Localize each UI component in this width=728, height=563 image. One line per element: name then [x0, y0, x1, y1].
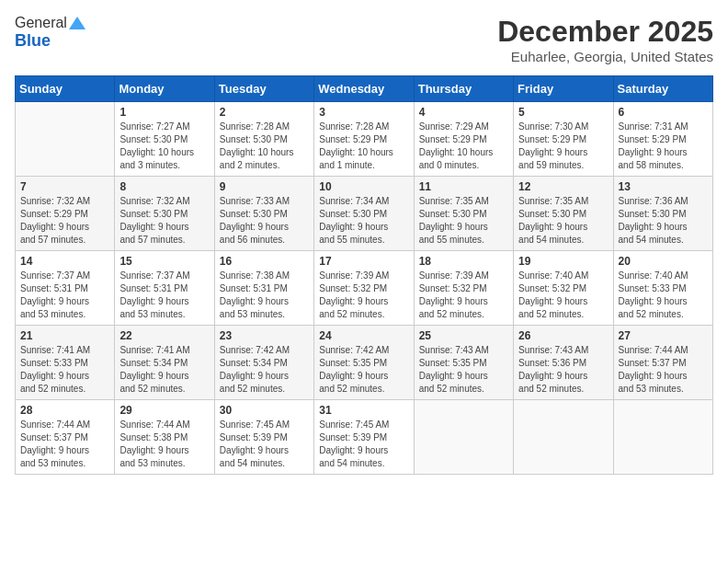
day-info: Sunrise: 7:40 AMSunset: 5:33 PMDaylight:…	[619, 270, 708, 321]
month-title: December 2025	[497, 15, 713, 49]
calendar-header-saturday: Saturday	[613, 76, 712, 102]
calendar-day-cell: 23Sunrise: 7:42 AMSunset: 5:34 PMDayligh…	[214, 326, 313, 400]
calendar-header-wednesday: Wednesday	[314, 76, 414, 102]
day-number: 30	[220, 404, 309, 417]
calendar-day-cell: 14Sunrise: 7:37 AMSunset: 5:31 PMDayligh…	[16, 251, 115, 326]
day-number: 17	[319, 255, 408, 268]
day-info: Sunrise: 7:41 AMSunset: 5:33 PMDaylight:…	[20, 344, 109, 396]
day-info: Sunrise: 7:35 AMSunset: 5:30 PMDaylight:…	[518, 195, 608, 247]
calendar-header-monday: Monday	[115, 76, 214, 102]
day-number: 22	[119, 329, 209, 342]
calendar-day-cell: 21Sunrise: 7:41 AMSunset: 5:33 PMDayligh…	[16, 326, 115, 400]
day-number: 23	[220, 329, 309, 342]
day-info: Sunrise: 7:28 AMSunset: 5:30 PMDaylight:…	[220, 121, 309, 172]
day-info: Sunrise: 7:28 AMSunset: 5:29 PMDaylight:…	[319, 121, 408, 172]
day-number: 15	[119, 255, 209, 268]
day-number: 6	[619, 106, 708, 119]
day-info: Sunrise: 7:43 AMSunset: 5:36 PMDaylight:…	[518, 344, 608, 396]
day-number: 26	[518, 329, 608, 342]
day-number: 11	[419, 180, 508, 193]
calendar-day-cell: 15Sunrise: 7:37 AMSunset: 5:31 PMDayligh…	[115, 251, 214, 326]
calendar-day-cell: 25Sunrise: 7:43 AMSunset: 5:35 PMDayligh…	[414, 326, 513, 400]
day-info: Sunrise: 7:36 AMSunset: 5:30 PMDaylight:…	[619, 195, 708, 247]
calendar-day-cell	[414, 400, 513, 475]
logo-blue-text: Blue	[15, 31, 51, 51]
logo-general-text: General	[15, 15, 67, 31]
calendar-day-cell: 24Sunrise: 7:42 AMSunset: 5:35 PMDayligh…	[314, 326, 414, 400]
calendar-week-row: 7Sunrise: 7:32 AMSunset: 5:29 PMDaylight…	[16, 177, 713, 251]
day-info: Sunrise: 7:32 AMSunset: 5:30 PMDaylight:…	[119, 195, 209, 247]
calendar-day-cell: 26Sunrise: 7:43 AMSunset: 5:36 PMDayligh…	[514, 326, 613, 400]
calendar-week-row: 14Sunrise: 7:37 AMSunset: 5:31 PMDayligh…	[16, 251, 713, 326]
day-info: Sunrise: 7:29 AMSunset: 5:29 PMDaylight:…	[419, 121, 508, 172]
calendar-day-cell: 29Sunrise: 7:44 AMSunset: 5:38 PMDayligh…	[115, 400, 214, 475]
calendar-day-cell: 19Sunrise: 7:40 AMSunset: 5:32 PMDayligh…	[514, 251, 613, 326]
day-number: 4	[419, 106, 508, 119]
day-info: Sunrise: 7:31 AMSunset: 5:29 PMDaylight:…	[619, 121, 708, 172]
calendar-week-row: 1Sunrise: 7:27 AMSunset: 5:30 PMDaylight…	[16, 102, 713, 177]
day-number: 14	[20, 255, 109, 268]
title-area: December 2025 Euharlee, Georgia, United …	[497, 15, 713, 64]
day-info: Sunrise: 7:33 AMSunset: 5:30 PMDaylight:…	[220, 195, 309, 247]
logo-arrow-icon	[69, 17, 85, 29]
calendar-header-tuesday: Tuesday	[214, 76, 313, 102]
day-info: Sunrise: 7:27 AMSunset: 5:30 PMDaylight:…	[119, 121, 209, 172]
day-number: 9	[220, 180, 309, 193]
calendar-day-cell: 20Sunrise: 7:40 AMSunset: 5:33 PMDayligh…	[613, 251, 712, 326]
day-number: 10	[319, 180, 408, 193]
calendar-day-cell: 28Sunrise: 7:44 AMSunset: 5:37 PMDayligh…	[16, 400, 115, 475]
day-info: Sunrise: 7:32 AMSunset: 5:29 PMDaylight:…	[20, 195, 109, 247]
day-info: Sunrise: 7:44 AMSunset: 5:38 PMDaylight:…	[119, 419, 209, 470]
calendar-day-cell: 8Sunrise: 7:32 AMSunset: 5:30 PMDaylight…	[115, 177, 214, 251]
day-number: 29	[119, 404, 209, 417]
day-number: 31	[319, 404, 408, 417]
calendar-day-cell: 12Sunrise: 7:35 AMSunset: 5:30 PMDayligh…	[514, 177, 613, 251]
day-number: 24	[319, 329, 408, 342]
day-info: Sunrise: 7:44 AMSunset: 5:37 PMDaylight:…	[619, 344, 708, 396]
calendar-header-row: SundayMondayTuesdayWednesdayThursdayFrid…	[16, 76, 713, 102]
day-info: Sunrise: 7:30 AMSunset: 5:29 PMDaylight:…	[518, 121, 608, 172]
day-info: Sunrise: 7:45 AMSunset: 5:39 PMDaylight:…	[319, 419, 408, 470]
day-number: 18	[419, 255, 508, 268]
day-info: Sunrise: 7:42 AMSunset: 5:34 PMDaylight:…	[220, 344, 309, 396]
day-number: 20	[619, 255, 708, 268]
calendar-week-row: 21Sunrise: 7:41 AMSunset: 5:33 PMDayligh…	[16, 326, 713, 400]
calendar-header-friday: Friday	[514, 76, 613, 102]
calendar-day-cell: 11Sunrise: 7:35 AMSunset: 5:30 PMDayligh…	[414, 177, 513, 251]
day-info: Sunrise: 7:35 AMSunset: 5:30 PMDaylight:…	[419, 195, 508, 247]
day-info: Sunrise: 7:37 AMSunset: 5:31 PMDaylight:…	[20, 270, 109, 321]
day-info: Sunrise: 7:41 AMSunset: 5:34 PMDaylight:…	[119, 344, 209, 396]
calendar-day-cell: 9Sunrise: 7:33 AMSunset: 5:30 PMDaylight…	[214, 177, 313, 251]
day-number: 13	[619, 180, 708, 193]
svg-marker-0	[69, 17, 85, 29]
day-info: Sunrise: 7:37 AMSunset: 5:31 PMDaylight:…	[119, 270, 209, 321]
calendar-day-cell: 18Sunrise: 7:39 AMSunset: 5:32 PMDayligh…	[414, 251, 513, 326]
day-info: Sunrise: 7:39 AMSunset: 5:32 PMDaylight:…	[419, 270, 508, 321]
day-info: Sunrise: 7:39 AMSunset: 5:32 PMDaylight:…	[319, 270, 408, 321]
day-info: Sunrise: 7:42 AMSunset: 5:35 PMDaylight:…	[319, 344, 408, 396]
day-number: 7	[20, 180, 109, 193]
day-info: Sunrise: 7:40 AMSunset: 5:32 PMDaylight:…	[518, 270, 608, 321]
calendar-day-cell: 17Sunrise: 7:39 AMSunset: 5:32 PMDayligh…	[314, 251, 414, 326]
day-number: 1	[119, 106, 209, 119]
day-number: 19	[518, 255, 608, 268]
day-info: Sunrise: 7:45 AMSunset: 5:39 PMDaylight:…	[220, 419, 309, 470]
calendar-day-cell	[514, 400, 613, 475]
location: Euharlee, Georgia, United States	[497, 49, 713, 64]
day-number: 27	[619, 329, 708, 342]
day-info: Sunrise: 7:43 AMSunset: 5:35 PMDaylight:…	[419, 344, 508, 396]
day-number: 2	[220, 106, 309, 119]
day-number: 8	[119, 180, 209, 193]
day-number: 16	[220, 255, 309, 268]
calendar-header-sunday: Sunday	[16, 76, 115, 102]
day-number: 5	[518, 106, 608, 119]
calendar-day-cell: 31Sunrise: 7:45 AMSunset: 5:39 PMDayligh…	[314, 400, 414, 475]
calendar-day-cell: 16Sunrise: 7:38 AMSunset: 5:31 PMDayligh…	[214, 251, 313, 326]
calendar-day-cell: 4Sunrise: 7:29 AMSunset: 5:29 PMDaylight…	[414, 102, 513, 177]
calendar-day-cell: 1Sunrise: 7:27 AMSunset: 5:30 PMDaylight…	[115, 102, 214, 177]
header: General Blue December 2025 Euharlee, Geo…	[15, 15, 713, 64]
logo: General Blue	[15, 15, 85, 51]
calendar-header-thursday: Thursday	[414, 76, 513, 102]
calendar-day-cell: 2Sunrise: 7:28 AMSunset: 5:30 PMDaylight…	[214, 102, 313, 177]
calendar-day-cell: 13Sunrise: 7:36 AMSunset: 5:30 PMDayligh…	[613, 177, 712, 251]
